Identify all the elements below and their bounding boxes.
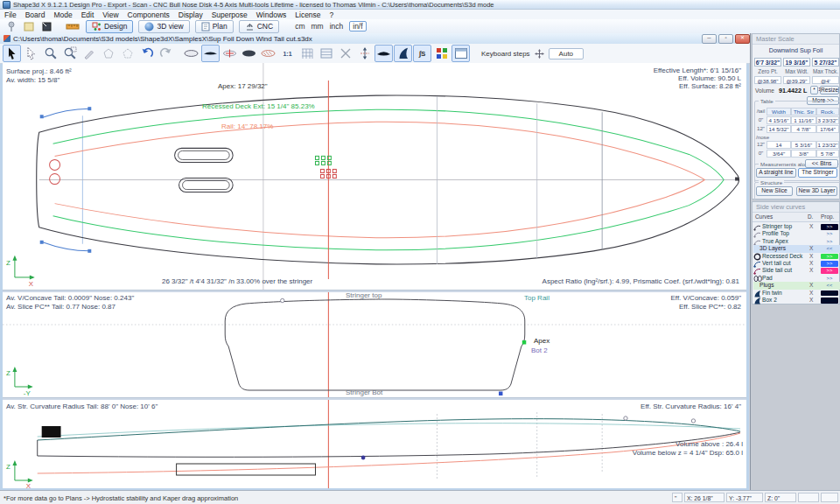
fin-tool-button[interactable] <box>394 45 412 62</box>
menu-view[interactable]: View <box>98 10 122 19</box>
zoom-tool-button[interactable] <box>41 45 60 62</box>
nose-row1-rocker[interactable]: 5 7/8" <box>816 150 839 158</box>
stamp-tool-button[interactable] <box>38 20 54 32</box>
board-file-icon <box>4 35 10 42</box>
grid-button[interactable] <box>298 45 316 62</box>
width-value[interactable]: 19 3/16" <box>783 58 810 66</box>
select-tool-button[interactable] <box>3 45 21 62</box>
slice-view-panel[interactable]: Z -Y Av. V/Concave Tail: 0.0009" Nose: 0… <box>3 292 746 397</box>
unit-inf[interactable]: in/f <box>349 21 366 32</box>
curve-row-pad[interactable]: Pad >> <box>753 275 840 282</box>
measure-button[interactable] <box>355 45 374 62</box>
tail-row1-thick[interactable]: 4 7/8" <box>791 125 816 133</box>
unit-mm[interactable]: mm <box>311 22 323 31</box>
properties-panel-button[interactable] <box>452 45 470 62</box>
nose-row0-width[interactable]: 14 15/32" <box>766 141 791 149</box>
status-message: *For more data go to Plans -> Hydrostati… <box>4 494 238 502</box>
note-tool-button[interactable] <box>21 20 37 32</box>
menu-file[interactable]: File <box>0 10 21 19</box>
menu-edit[interactable]: Edit <box>77 10 99 19</box>
curve-row-stringer-top[interactable]: Stringer top X >> <box>753 223 840 230</box>
menu-board[interactable]: Board <box>21 10 50 19</box>
tail-row1-rocker[interactable]: 17/64" <box>816 125 839 133</box>
nose-row1-width[interactable]: 3/64" <box>766 150 791 158</box>
nose-row1-thick[interactable]: 3/8" <box>791 150 816 158</box>
colors-button[interactable] <box>432 45 451 62</box>
curve-row-fin-twin[interactable]: Fin twin X <box>753 290 840 297</box>
curve-row-true-apex[interactable]: True Apex >> <box>753 238 840 245</box>
close-button[interactable]: ✕ <box>735 34 750 44</box>
unit-cm[interactable]: cm <box>295 22 304 31</box>
thickness-view-button[interactable] <box>374 45 393 62</box>
tail-row0-width[interactable]: 4 15/16" <box>766 116 791 124</box>
zoom-region-tool-button[interactable] <box>60 45 79 62</box>
menu-display[interactable]: Display <box>174 10 207 19</box>
max-thck-pos[interactable]: @4' 11.38" <box>812 76 839 84</box>
max-wdt-pos[interactable]: @39.29" <box>783 76 810 84</box>
side-view-panel[interactable]: Z X Av. Str. Curvature Radius Tail: 88' … <box>3 400 746 488</box>
curve-row-side-tail-cut[interactable]: Side tail cut X >> <box>753 267 840 274</box>
undo-button[interactable] <box>137 45 156 62</box>
menu-mode[interactable]: Mode <box>49 10 76 19</box>
unit-inch[interactable]: inch <box>330 22 344 31</box>
pin-tool-button[interactable] <box>4 20 19 32</box>
curve-row-recessed-deck[interactable]: Recessed Deck X >> <box>753 253 840 260</box>
slice-view-button[interactable] <box>220 45 239 62</box>
menu-windows[interactable]: Windows <box>252 10 290 19</box>
curve-row-profile-top[interactable]: Profile Top >> <box>753 230 840 237</box>
menu-help[interactable]: ? <box>326 10 339 19</box>
design-mode-button[interactable]: Design <box>86 20 133 33</box>
curve-row-box-2[interactable]: Box 2 X <box>753 297 840 304</box>
master-scale-title[interactable]: Master Scale <box>752 34 839 45</box>
one-to-one-button[interactable]: 1:1 <box>278 45 297 62</box>
new-slice-button[interactable]: New Slice <box>756 186 793 196</box>
eff-surface-value: Eff. Surface: 8.28 ft² <box>679 82 741 91</box>
auto-steps-button[interactable]: Auto <box>549 48 584 60</box>
thickness-value[interactable]: 5 27/32" <box>812 58 839 66</box>
the-stringer-button[interactable]: The Stringer <box>798 168 837 178</box>
top-view-panel[interactable]: Z X Surface proj.: 8.46 ft² Av. width: 1… <box>3 63 746 290</box>
curve-row-plugs[interactable]: Plugs X << <box>753 282 840 289</box>
rotate-left-tool-button[interactable] <box>99 45 117 62</box>
select-open-tool-button[interactable] <box>22 45 40 62</box>
s-curves-button[interactable]: ∫S <box>413 45 431 62</box>
resize-button[interactable]: Resize <box>820 86 839 94</box>
nose-row0-thick[interactable]: 5 3/16" <box>791 141 816 149</box>
zero-pt-pos[interactable]: @38.98" <box>754 76 781 84</box>
move-steps-icon <box>535 49 544 59</box>
cnc-mode-button[interactable]: CNC <box>239 20 279 33</box>
menu-license[interactable]: License <box>290 10 325 19</box>
tail-row0-thick[interactable]: 1 11/16" <box>791 116 816 124</box>
menu-superpose[interactable]: Superpose <box>207 10 252 19</box>
restore-button[interactable]: ▫ <box>718 34 733 44</box>
tail-row0-rocker[interactable]: 3 23/32" <box>816 116 839 124</box>
curvature-button[interactable] <box>336 45 354 62</box>
tail-row1-width[interactable]: 14 5/32" <box>766 125 791 133</box>
minimize-button[interactable]: ─ <box>702 34 717 44</box>
curve-row-3d-layers[interactable]: 3D Layers X << <box>753 245 840 252</box>
brush-tool-button[interactable] <box>80 45 98 62</box>
star-button[interactable]: * <box>810 86 818 94</box>
col-width-header[interactable]: Width <box>766 108 791 116</box>
col-thickness-header[interactable]: Thic. Str <box>791 108 816 116</box>
rocker-view-button[interactable] <box>201 45 220 62</box>
outline-view-button[interactable] <box>182 45 200 62</box>
length-value[interactable]: 6'7 3/32" <box>754 58 781 66</box>
stamp-icon <box>40 20 52 32</box>
guidelines-button[interactable] <box>317 45 335 62</box>
plan-mode-button[interactable]: Plan <box>195 20 234 33</box>
curves-panel-title[interactable]: Side view curves <box>752 202 839 213</box>
nose-row0-rocker[interactable]: 1 23/32" <box>816 141 839 149</box>
straight-line-button[interactable]: A straight line <box>756 168 796 178</box>
3d-view-button[interactable]: 3D view <box>138 20 189 33</box>
menu-components[interactable]: Components <box>123 10 174 19</box>
flow-view-button[interactable] <box>259 45 277 62</box>
col-rocker-header[interactable]: Rock. Str <box>816 108 839 116</box>
deck-view-button[interactable] <box>240 45 258 62</box>
btns-toggle-button[interactable]: << Btns <box>805 159 838 168</box>
curve-row-vert-tail-cut[interactable]: Vert tail cut X >> <box>753 260 840 267</box>
new-3d-layer-button[interactable]: New 3D Layer <box>796 186 837 196</box>
rotate-right-tool-button[interactable] <box>118 45 136 62</box>
redo-button[interactable] <box>157 45 175 62</box>
ruler-tool-button[interactable] <box>65 20 80 32</box>
